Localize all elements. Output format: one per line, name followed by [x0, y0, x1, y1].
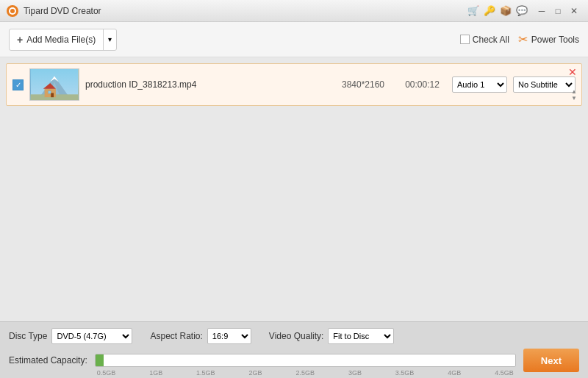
toolbar-right: Check All ✂ Power Tools: [460, 32, 579, 46]
capacity-markers: 0.5GB 1GB 1.5GB 2GB 2.5GB 3GB 3.5GB 4GB …: [96, 366, 515, 368]
aspect-ratio-field: Aspect Ratio: 16:9 4:3: [150, 328, 251, 344]
box-icon[interactable]: 📦: [500, 5, 512, 16]
check-all-control[interactable]: Check All: [460, 35, 509, 45]
media-item-checkbox[interactable]: [12, 79, 24, 90]
capacity-bar: 0.5GB 1GB 1.5GB 2GB 2.5GB 3GB 3.5GB 4GB …: [95, 354, 516, 367]
video-quality-select[interactable]: Fit to Disc High Medium Low: [328, 328, 394, 344]
marker-4.5gb: 4.5GB: [495, 368, 514, 377]
marker-4gb: 4GB: [448, 368, 461, 377]
close-button[interactable]: ✕: [566, 3, 582, 19]
add-media-main-button[interactable]: + Add Media File(s): [10, 29, 104, 50]
app-logo: [6, 4, 19, 18]
power-tools-button[interactable]: ✂ Power Tools: [518, 32, 579, 46]
media-filename: production ID_3818213.mp4: [85, 79, 328, 90]
power-tools-icon: ✂: [518, 32, 528, 46]
disc-type-select[interactable]: DVD-5 (4.7G) DVD-9 (8.5G): [51, 328, 132, 344]
add-media-label: Add Media File(s): [26, 35, 96, 45]
key-icon[interactable]: 🔑: [484, 5, 495, 16]
media-duration: 00:00:12: [398, 79, 446, 90]
svg-point-2: [10, 9, 15, 13]
minimize-button[interactable]: ─: [534, 3, 550, 19]
add-media-button[interactable]: + Add Media File(s) ▾: [9, 29, 117, 51]
titlebar: Tipard DVD Creator 🛒 🔑 📦 💬 ─ □ ✕: [0, 0, 588, 22]
add-media-dropdown-arrow[interactable]: ▾: [104, 29, 116, 50]
disc-type-label: Disc Type: [9, 331, 47, 341]
marker-3.5gb: 3.5GB: [395, 368, 415, 377]
marker-0.5gb: 0.5GB: [97, 368, 116, 377]
svg-rect-10: [48, 91, 51, 94]
media-resolution: 3840*2160: [334, 79, 392, 90]
media-thumbnail: [29, 68, 79, 101]
audio-select[interactable]: Audio 1: [452, 76, 507, 93]
subtitle-select[interactable]: No Subtitle: [513, 76, 576, 93]
video-quality-field: Video Quality: Fit to Disc High Medium L…: [269, 328, 395, 344]
capacity-fill: [96, 354, 104, 366]
next-button[interactable]: Next: [523, 349, 579, 372]
cart-icon[interactable]: 🛒: [467, 5, 479, 16]
toolbar-left: + Add Media File(s) ▾: [9, 29, 117, 51]
maximize-button[interactable]: □: [550, 3, 566, 19]
app-title: Tipard DVD Creator: [24, 6, 467, 16]
svg-rect-11: [51, 93, 54, 97]
settings-row: Disc Type DVD-5 (4.7G) DVD-9 (8.5G) Aspe…: [9, 328, 579, 344]
disc-type-field: Disc Type DVD-5 (4.7G) DVD-9 (8.5G): [9, 328, 132, 344]
video-quality-label: Video Quality:: [269, 331, 324, 341]
bottom-bar: Disc Type DVD-5 (4.7G) DVD-9 (8.5G) Aspe…: [0, 321, 588, 378]
power-tools-label: Power Tools: [531, 35, 579, 45]
toolbar: + Add Media File(s) ▾ Check All ✂ Power …: [0, 22, 588, 57]
media-list: production ID_3818213.mp4 3840*2160 00:0…: [0, 57, 588, 321]
titlebar-tool-icons: 🛒 🔑 📦 💬: [467, 5, 528, 16]
marker-3gb: 3GB: [348, 368, 362, 377]
add-plus-icon: +: [17, 34, 23, 46]
check-all-checkbox[interactable]: [460, 35, 470, 44]
window-controls: ─ □ ✕: [534, 3, 582, 19]
marker-1.5gb: 1.5GB: [196, 368, 215, 377]
media-order-arrows: ▲ ▼: [571, 88, 577, 102]
media-remove-button[interactable]: ✕: [568, 67, 577, 77]
check-all-label: Check All: [473, 35, 509, 45]
capacity-row: Estimated Capacity: 0.5GB 1GB 1.5GB 2GB …: [9, 349, 579, 372]
message-icon[interactable]: 💬: [516, 5, 528, 16]
marker-2.5gb: 2.5GB: [295, 368, 315, 377]
media-item: production ID_3818213.mp4 3840*2160 00:0…: [6, 63, 582, 106]
marker-1gb: 1GB: [149, 368, 162, 377]
app-body: + Add Media File(s) ▾ Check All ✂ Power …: [0, 22, 588, 378]
move-up-arrow[interactable]: ▲: [571, 88, 577, 96]
aspect-ratio-select[interactable]: 16:9 4:3: [207, 328, 251, 344]
move-down-arrow[interactable]: ▼: [571, 95, 577, 102]
capacity-label: Estimated Capacity:: [9, 355, 87, 365]
aspect-ratio-label: Aspect Ratio:: [150, 331, 202, 341]
marker-2gb: 2GB: [249, 368, 262, 377]
